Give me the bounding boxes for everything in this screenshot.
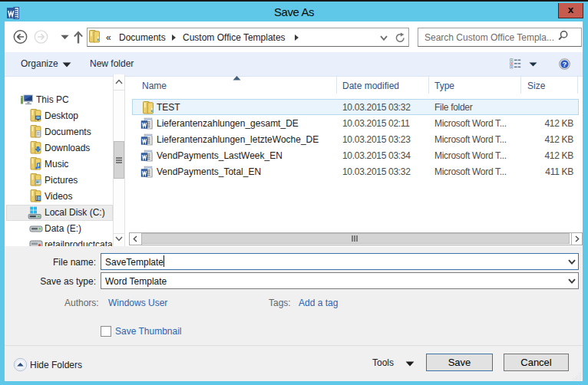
- svg-text:?: ?: [563, 60, 567, 68]
